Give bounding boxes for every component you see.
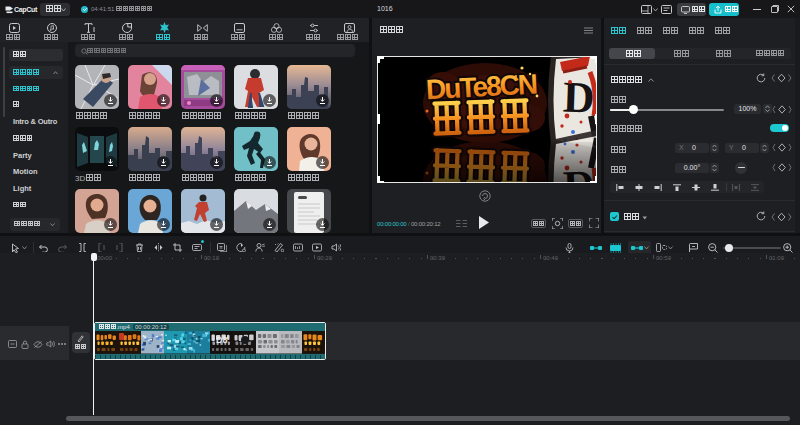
svg-text:D8: D8: [216, 335, 228, 345]
